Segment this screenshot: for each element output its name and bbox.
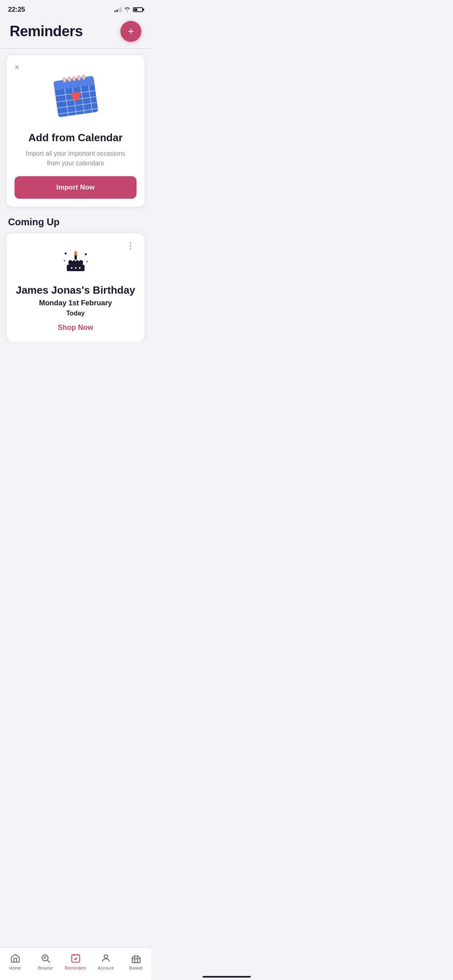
calendar-card-title: Add from Calendar (14, 132, 137, 144)
calendar-illustration (14, 67, 137, 124)
svg-point-23 (74, 252, 77, 255)
status-time: 22:25 (8, 6, 25, 14)
add-reminder-button[interactable] (120, 21, 141, 42)
page-title: Reminders (10, 23, 83, 40)
svg-point-27 (75, 267, 77, 269)
plus-icon (126, 27, 135, 36)
reminder-when: Today (14, 310, 137, 317)
shop-now-button[interactable]: Shop Now (14, 323, 137, 332)
svg-point-20 (86, 261, 87, 262)
reminder-person-name: James Jonas's Birthday (14, 284, 137, 296)
status-icons (114, 6, 143, 13)
battery-icon (133, 7, 143, 12)
coming-up-title: Coming Up (0, 216, 151, 233)
wifi-icon (124, 6, 130, 13)
svg-point-19 (64, 260, 65, 261)
import-now-button[interactable]: Import Now (14, 176, 137, 199)
svg-point-28 (79, 267, 81, 269)
svg-point-17 (85, 253, 87, 255)
svg-point-26 (71, 267, 72, 269)
svg-point-16 (64, 253, 66, 255)
more-options-button[interactable]: ⋮ (123, 240, 138, 252)
close-promo-button[interactable]: × (13, 62, 21, 73)
signal-icon (114, 7, 122, 12)
header-divider (0, 48, 151, 49)
status-bar: 22:25 (0, 0, 151, 17)
page-header: Reminders (0, 17, 151, 48)
calendar-card-subtitle: Import all your important occasions from… (14, 149, 137, 168)
reminder-date: Monday 1st February (14, 299, 137, 307)
calendar-promo-card: × (6, 55, 145, 207)
cake-illustration (14, 245, 137, 278)
reminder-card: ⋮ James Jonas's Birthday Mo (6, 233, 145, 342)
